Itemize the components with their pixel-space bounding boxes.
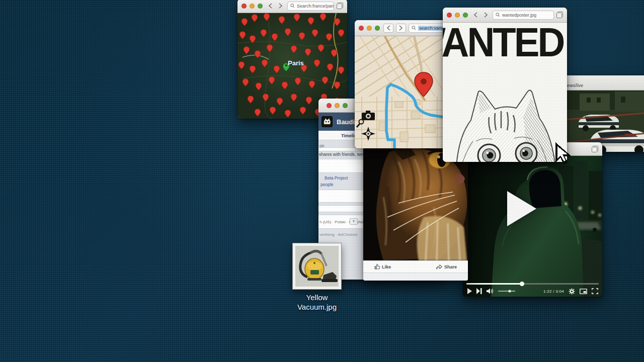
minimize-button[interactable]: [335, 103, 340, 108]
file-label[interactable]: Yellow Vacuum.jpg: [282, 293, 352, 312]
forward-icon[interactable]: [482, 11, 490, 19]
video-player-window[interactable]: 1:22 / 3:04: [463, 142, 602, 297]
tabs-icon[interactable]: [337, 3, 343, 9]
video-progress-bar[interactable]: [466, 283, 599, 285]
close-button[interactable]: [327, 103, 332, 108]
minimize-button[interactable]: [250, 4, 255, 9]
search-input[interactable]: search:vancouver: [409, 24, 446, 33]
share-button[interactable]: Share: [436, 264, 457, 269]
close-button[interactable]: [242, 4, 247, 9]
like-button[interactable]: Like: [374, 264, 391, 269]
search-icon: [412, 26, 416, 30]
share-label: Share: [444, 264, 457, 269]
zoom-button[interactable]: [258, 4, 263, 9]
post-footer-strip: [363, 273, 468, 281]
link-beta-project[interactable]: Beta Project: [325, 175, 348, 180]
desktop: news/live: [0, 0, 644, 362]
traffic-lights: [327, 103, 348, 108]
footer-links[interactable]: vertising · AdChoices: [319, 232, 357, 237]
play-overlay-icon[interactable]: [507, 191, 536, 226]
vancouver-title-bar: search:vancouver: [355, 20, 450, 36]
search-icon: [496, 13, 500, 17]
link-people[interactable]: people: [320, 182, 334, 187]
file-icon-yellow-vacuum[interactable]: Yellow Vacuum.jpg: [282, 243, 352, 312]
file-label-line1: Yellow: [282, 293, 352, 303]
fullscreen-icon[interactable]: [592, 288, 598, 294]
profile-avatar[interactable]: [321, 116, 333, 127]
zoom-button[interactable]: [463, 13, 468, 18]
like-label: Like: [382, 264, 391, 269]
minimize-button[interactable]: [455, 13, 460, 18]
close-button[interactable]: [447, 13, 452, 18]
back-icon[interactable]: [471, 11, 479, 19]
play-icon[interactable]: [467, 288, 472, 294]
video-frame[interactable]: 1:22 / 3:04: [463, 156, 602, 297]
cat-photo-window[interactable]: Like Share: [363, 147, 468, 281]
vancouver-street-map[interactable]: [355, 36, 450, 148]
wanted-title-bar: wantedposter.jpg: [443, 8, 567, 23]
add-language-button[interactable]: +: [350, 218, 358, 225]
news-title-bar: news/live: [565, 75, 644, 90]
volume-icon[interactable]: [487, 288, 494, 294]
search-icon: [290, 4, 295, 8]
search-value-selected: search:vancouver: [418, 26, 446, 31]
sketched-cat: [447, 89, 564, 162]
tabs-icon[interactable]: [592, 146, 598, 152]
traffic-lights: [359, 26, 380, 31]
back-icon[interactable]: [266, 2, 274, 10]
paris-pin-label: Paris: [288, 59, 304, 67]
tabs-icon[interactable]: [556, 12, 563, 18]
settings-gear-icon[interactable]: [569, 288, 575, 295]
share-icon: [436, 264, 442, 269]
vacuum-image: [295, 246, 339, 287]
miniplayer-icon[interactable]: [580, 289, 587, 294]
paris-title-bar: Search:france/paris: [237, 0, 347, 13]
wanted-poster: WANTED: [443, 23, 567, 162]
time-display: 1:22 / 3:04: [543, 289, 564, 294]
search-input[interactable]: Search:france/paris: [287, 2, 334, 11]
zoom-button[interactable]: [375, 26, 380, 31]
file-label-line2: Vacuum.jpg: [282, 303, 352, 312]
traffic-lights: [447, 13, 468, 18]
minimize-button[interactable]: [367, 26, 372, 31]
volume-slider[interactable]: [498, 289, 515, 294]
news-address: news/live: [566, 83, 583, 88]
cursor-arrow-icon: [553, 141, 577, 171]
close-button[interactable]: [359, 26, 364, 31]
forward-icon[interactable]: [396, 24, 406, 33]
search-value: Search:france/paris: [297, 4, 334, 9]
vancouver-map-window[interactable]: search:vancouver: [355, 20, 450, 148]
video-controls: 1:22 / 3:04: [463, 286, 602, 297]
file-thumbnail[interactable]: [292, 243, 342, 290]
next-icon[interactable]: [476, 288, 482, 294]
search-input[interactable]: wantedposter.jpg: [493, 11, 554, 20]
search-value: wantedposter.jpg: [502, 13, 536, 18]
wanted-poster-window[interactable]: wantedposter.jpg WANTED: [443, 8, 567, 162]
traffic-lights: [242, 4, 263, 9]
news-window[interactable]: news/live: [565, 75, 644, 152]
cat-photo: [363, 147, 468, 260]
zoom-button[interactable]: [343, 103, 348, 108]
forward-icon[interactable]: [277, 2, 285, 10]
like-icon: [374, 264, 380, 269]
back-icon[interactable]: [383, 24, 393, 33]
post-action-bar: Like Share: [363, 260, 468, 273]
wanted-headline: WANTED: [443, 23, 567, 62]
